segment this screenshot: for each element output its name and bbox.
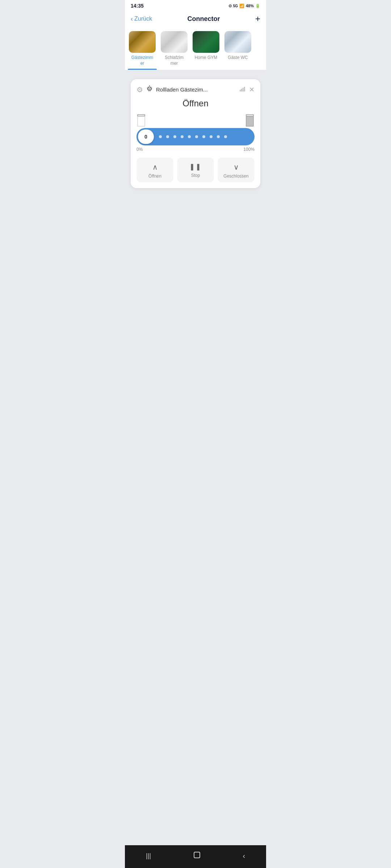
slider-dot <box>224 135 227 138</box>
pause-icon: ❚❚ <box>189 163 202 171</box>
room-label-gaestezimmer: Gästezimmer <box>131 55 154 66</box>
slider-dot <box>159 135 162 138</box>
slider-dot <box>188 135 191 138</box>
control-buttons: ∧ Öffnen ❚❚ Stop ∨ Geschlossen <box>136 158 255 182</box>
page-title: Connector <box>187 15 220 23</box>
status-bar: 14:35 ⊙ 5G 📶 48% 🔋 <box>125 0 266 10</box>
battery-label: 48% <box>246 4 254 8</box>
device-signal-icon <box>240 86 246 93</box>
header: ‹ Zurück Connector + <box>125 10 266 27</box>
slider-dot <box>217 135 220 138</box>
stop-label: Stop <box>191 173 200 178</box>
room-item-homegym[interactable]: Home GYM <box>192 31 220 70</box>
shutter-icons-row <box>136 114 255 127</box>
slider-max-label: 100% <box>243 147 255 152</box>
slider-dot <box>202 135 205 138</box>
signal-icon: 📶 <box>239 4 244 8</box>
close-shutter-icon: ∨ <box>234 163 239 171</box>
slider-container[interactable]: 0 0% 100% <box>136 128 255 152</box>
open-button[interactable]: ∧ Öffnen <box>136 158 173 182</box>
back-chevron-icon: ‹ <box>131 15 133 23</box>
rooms-row: Gästezimmer Schlafzimmer Home GYM Gäste … <box>128 31 263 70</box>
back-label: Zurück <box>134 16 152 22</box>
close-shutter-button[interactable]: ∨ Geschlossen <box>218 158 255 182</box>
room-image-homegym <box>193 31 219 53</box>
rooms-section: Gästezimmer Schlafzimmer Home GYM Gäste … <box>125 27 266 70</box>
slider-dot <box>195 135 198 138</box>
slider-labels: 0% 100% <box>136 147 255 152</box>
add-button[interactable]: + <box>255 14 260 24</box>
slider-value: 0 <box>144 134 147 140</box>
card-header: ⚙ Rollladen Gästezim... <box>136 85 255 94</box>
room-image-gaestezimmer <box>129 31 156 53</box>
stop-button[interactable]: ❚❚ Stop <box>177 158 214 182</box>
shutter-closed-icon <box>245 114 255 127</box>
slider-track: 0 <box>136 128 255 145</box>
slider-thumb: 0 <box>138 129 154 144</box>
room-item-gaestezimmer[interactable]: Gästezimmer <box>128 31 157 70</box>
device-name: Rollladen Gästezim... <box>156 86 208 93</box>
room-image-schlafzimmer <box>161 31 188 53</box>
slider-dots <box>156 135 227 138</box>
svg-rect-3 <box>244 87 245 92</box>
slider-dot <box>166 135 169 138</box>
open-icon: ∧ <box>152 163 158 171</box>
settings-icon[interactable]: ⚙ <box>136 85 143 94</box>
room-label-gaestewc: Gäste WC <box>228 55 248 61</box>
svg-rect-2 <box>243 88 244 92</box>
status-text: Öffnen <box>136 98 255 109</box>
open-label: Öffnen <box>148 174 161 179</box>
wifi-icon: ⊙ <box>228 4 232 8</box>
svg-rect-0 <box>240 90 241 92</box>
card-header-left: ⚙ Rollladen Gästezim... <box>136 85 208 94</box>
power-plug-icon <box>146 85 153 94</box>
section-divider <box>125 70 266 73</box>
control-card: ⚙ Rollladen Gästezim... <box>131 79 260 188</box>
back-button[interactable]: ‹ Zurück <box>131 15 152 23</box>
slider-min-label: 0% <box>136 147 143 152</box>
svg-rect-1 <box>241 89 242 92</box>
slider-dot <box>181 135 184 138</box>
room-image-gaestewc <box>224 31 251 53</box>
room-label-homegym: Home GYM <box>195 55 218 61</box>
battery-icon: 🔋 <box>255 4 260 8</box>
room-item-schlafzimmer[interactable]: Schlafzimmer <box>160 31 189 70</box>
slider-dot <box>173 135 176 138</box>
slider-dot <box>210 135 213 138</box>
close-button[interactable]: ✕ <box>249 86 255 94</box>
room-item-gaestewc[interactable]: Gäste WC <box>223 31 252 70</box>
shutter-open-icon <box>136 114 146 127</box>
status-icons: ⊙ 5G 📶 48% 🔋 <box>228 4 260 8</box>
nfc-icon: 5G <box>233 4 238 8</box>
main-content: ⚙ Rollladen Gästezim... <box>125 73 266 290</box>
close-shutter-label: Geschlossen <box>223 174 248 179</box>
room-label-schlafzimmer: Schlafzimmer <box>165 55 184 66</box>
status-time: 14:35 <box>131 3 144 9</box>
